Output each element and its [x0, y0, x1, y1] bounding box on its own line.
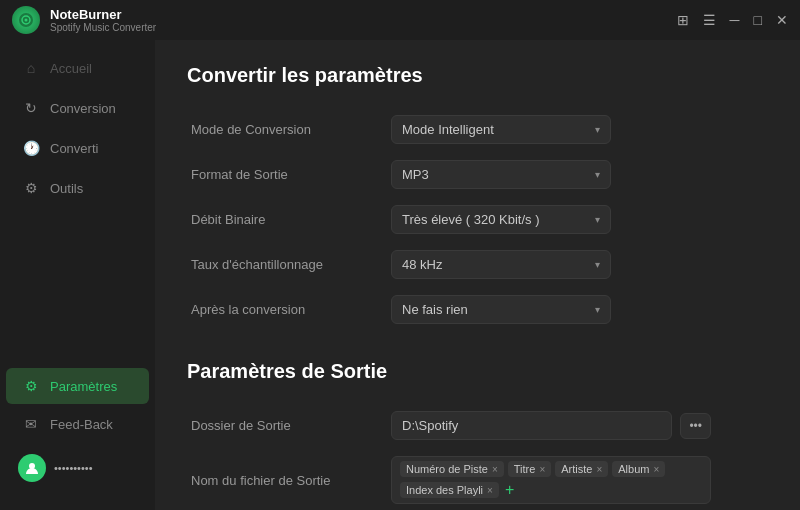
titlebar: NoteBurner Spotify Music Converter ⊞ ☰ ─…	[0, 0, 800, 40]
sidebar-label-accueil: Accueil	[50, 61, 92, 76]
svg-point-2	[25, 19, 28, 22]
tag-label: Album	[618, 463, 649, 475]
table-row: Nom du fichier de Sortie Numéro de Piste…	[187, 448, 768, 510]
mail-icon: ✉	[22, 416, 40, 432]
tag-close-icon[interactable]: ×	[653, 464, 659, 475]
dropdown-taux-echantillonnage[interactable]: 48 kHz ▾	[391, 250, 611, 279]
tools-icon: ⚙	[22, 180, 40, 196]
dossier-sortie-input[interactable]	[391, 411, 672, 440]
label-taux-echantillonnage: Taux d'échantillonnage	[187, 242, 387, 287]
tag-titre: Titre ×	[508, 461, 551, 477]
table-row: Débit Binaire Très élevé ( 320 Kbit/s ) …	[187, 197, 768, 242]
dropdown-value-apres: Ne fais rien	[402, 302, 468, 317]
menu-icon[interactable]: ☰	[703, 12, 716, 28]
chevron-down-icon: ▾	[595, 214, 600, 225]
sidebar-label-outils: Outils	[50, 181, 83, 196]
minimize-icon[interactable]: ─	[730, 12, 740, 28]
maximize-icon[interactable]: □	[754, 12, 762, 28]
sidebar-item-feedback[interactable]: ✉ Feed-Back	[6, 406, 149, 442]
tag-label: Titre	[514, 463, 536, 475]
chevron-down-icon: ▾	[595, 259, 600, 270]
window-controls[interactable]: ⊞ ☰ ─ □ ✕	[677, 12, 788, 28]
tag-artiste: Artiste ×	[555, 461, 608, 477]
tag-numero-piste: Numéro de Piste ×	[400, 461, 504, 477]
dropdown-value-taux: 48 kHz	[402, 257, 442, 272]
app-name: NoteBurner	[50, 7, 156, 22]
content-area: Convertir les paramètres Mode de Convers…	[155, 40, 800, 510]
table-row: Mode de Conversion Mode Intelligent ▾	[187, 107, 768, 152]
dossier-sortie-row: •••	[391, 411, 711, 440]
tag-label: Artiste	[561, 463, 592, 475]
chevron-down-icon: ▾	[595, 124, 600, 135]
sidebar: ⌂ Accueil ↻ Conversion 🕐 Converti ⚙ Outi…	[0, 40, 155, 510]
label-dossier-sortie: Dossier de Sortie	[187, 403, 387, 448]
settings-icon: ⚙	[22, 378, 40, 394]
tag-close-icon[interactable]: ×	[539, 464, 545, 475]
tag-index-playli: Index des Playli ×	[400, 482, 499, 498]
tag-album: Album ×	[612, 461, 665, 477]
user-info: ••••••••••	[54, 462, 93, 474]
label-nom-fichier: Nom du fichier de Sortie	[187, 448, 387, 510]
sidebar-item-converti[interactable]: 🕐 Converti	[6, 130, 149, 166]
user-name: ••••••••••	[54, 462, 93, 474]
close-icon[interactable]: ✕	[776, 12, 788, 28]
output-settings-table: Dossier de Sortie ••• Nom du fichier de …	[187, 403, 768, 510]
sidebar-label-converti: Converti	[50, 141, 98, 156]
add-tag-button[interactable]: +	[505, 481, 514, 499]
user-item[interactable]: ••••••••••	[6, 444, 149, 492]
tag-label: Numéro de Piste	[406, 463, 488, 475]
label-apres-conversion: Après la conversion	[187, 287, 387, 332]
app-branding: NoteBurner Spotify Music Converter	[12, 6, 156, 34]
table-row: Taux d'échantillonnage 48 kHz ▾	[187, 242, 768, 287]
sidebar-label-conversion: Conversion	[50, 101, 116, 116]
dropdown-value-format: MP3	[402, 167, 429, 182]
app-subtitle: Spotify Music Converter	[50, 22, 156, 33]
main-layout: ⌂ Accueil ↻ Conversion 🕐 Converti ⚙ Outi…	[0, 40, 800, 510]
table-row: Dossier de Sortie •••	[187, 403, 768, 448]
conversion-settings-table: Mode de Conversion Mode Intelligent ▾ Fo…	[187, 107, 768, 332]
sidebar-item-conversion[interactable]: ↻ Conversion	[6, 90, 149, 126]
table-row: Après la conversion Ne fais rien ▾	[187, 287, 768, 332]
tags-container: Numéro de Piste × Titre × Artiste × Al	[391, 456, 711, 504]
label-debit-binaire: Débit Binaire	[187, 197, 387, 242]
app-title-block: NoteBurner Spotify Music Converter	[50, 7, 156, 33]
browse-button[interactable]: •••	[680, 413, 711, 439]
sidebar-item-outils[interactable]: ⚙ Outils	[6, 170, 149, 206]
chevron-down-icon: ▾	[595, 169, 600, 180]
label-mode-conversion: Mode de Conversion	[187, 107, 387, 152]
app-logo	[12, 6, 40, 34]
clock-icon: 🕐	[22, 140, 40, 156]
dropdown-value-debit: Très élevé ( 320 Kbit/s )	[402, 212, 540, 227]
dropdown-debit-binaire[interactable]: Très élevé ( 320 Kbit/s ) ▾	[391, 205, 611, 234]
tag-label: Index des Playli	[406, 484, 483, 496]
sidebar-bottom: ⚙ Paramètres ✉ Feed-Back ••••••••••	[0, 358, 155, 502]
sidebar-label-parametres: Paramètres	[50, 379, 117, 394]
dropdown-mode-conversion[interactable]: Mode Intelligent ▾	[391, 115, 611, 144]
home-icon: ⌂	[22, 60, 40, 76]
tag-close-icon[interactable]: ×	[596, 464, 602, 475]
sidebar-item-accueil[interactable]: ⌂ Accueil	[6, 50, 149, 86]
dropdown-apres-conversion[interactable]: Ne fais rien ▾	[391, 295, 611, 324]
chevron-down-icon: ▾	[595, 304, 600, 315]
section-title-conversion: Convertir les paramètres	[187, 64, 768, 87]
tag-close-icon[interactable]: ×	[487, 485, 493, 496]
tag-close-icon[interactable]: ×	[492, 464, 498, 475]
grid-icon[interactable]: ⊞	[677, 12, 689, 28]
table-row: Format de Sortie MP3 ▾	[187, 152, 768, 197]
sidebar-label-feedback: Feed-Back	[50, 417, 113, 432]
avatar	[18, 454, 46, 482]
refresh-icon: ↻	[22, 100, 40, 116]
dropdown-value-mode: Mode Intelligent	[402, 122, 494, 137]
label-format-sortie: Format de Sortie	[187, 152, 387, 197]
section-title-output: Paramètres de Sortie	[187, 360, 768, 383]
dropdown-format-sortie[interactable]: MP3 ▾	[391, 160, 611, 189]
sidebar-item-parametres[interactable]: ⚙ Paramètres	[6, 368, 149, 404]
